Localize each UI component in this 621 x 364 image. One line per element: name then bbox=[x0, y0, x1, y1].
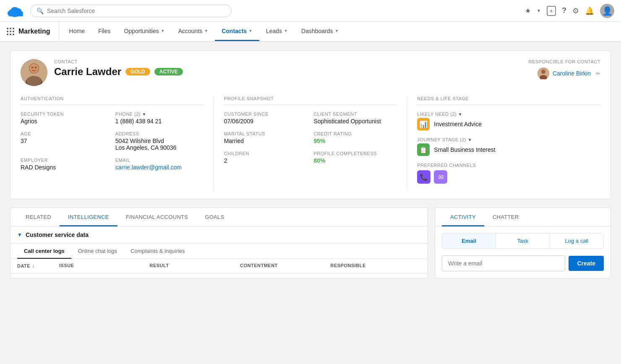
client-segment-field: CLIENT SEGMENT Sophisticated Opportunist bbox=[313, 112, 397, 125]
compose-input[interactable] bbox=[442, 255, 565, 271]
nav-accounts[interactable]: Accounts ▼ bbox=[172, 22, 215, 41]
marital-status-value: Married bbox=[224, 138, 307, 144]
employer-value: RAD Designs bbox=[21, 164, 109, 171]
profile-completeness-field: PROFILE COMPLETENESS 80% bbox=[313, 151, 397, 164]
right-panel: ACTIVITY CHATTER Email Task Log a call C… bbox=[435, 208, 611, 278]
children-value: 2 bbox=[224, 157, 307, 164]
nav-dashboards[interactable]: Dashboards ▼ bbox=[295, 22, 345, 41]
action-tab-log-call[interactable]: Log a call bbox=[550, 234, 603, 248]
settings-icon[interactable]: ⚙ bbox=[572, 6, 579, 16]
responsible-name[interactable]: Caroline Birkin bbox=[553, 70, 591, 77]
sub-tab-complaints[interactable]: Complaints & inquiries bbox=[124, 244, 191, 259]
children-field: CHILDREN 2 bbox=[224, 151, 307, 164]
customer-service-sub-tabs: Call center logs Online chat logs Compla… bbox=[10, 244, 428, 259]
likely-need-item: 📊 Investment Advice bbox=[417, 118, 600, 130]
profile-completeness-label: PROFILE COMPLETENESS bbox=[313, 151, 397, 156]
credit-rating-label: CREDIT RATING bbox=[313, 131, 397, 136]
create-button[interactable]: Create bbox=[569, 256, 604, 271]
customer-service-label: Customer service data bbox=[26, 231, 89, 238]
action-tabs: Email Task Log a call bbox=[442, 233, 604, 249]
address-field: ADDRESS 5042 Wilshire Blvd Los Angeles, … bbox=[115, 131, 204, 151]
journey-stage-value: Small Business Interest bbox=[434, 146, 495, 153]
contact-avatar bbox=[21, 59, 47, 86]
phone-label: PHONE (2) ▼ bbox=[115, 112, 204, 117]
nav-contacts[interactable]: Contacts ▼ bbox=[215, 22, 259, 41]
left-panel: RELATED INTELLIGENCE FINANCIAL ACCOUNTS … bbox=[10, 208, 428, 278]
responsible-person: Caroline Birkin ✏ bbox=[517, 68, 600, 79]
chevron-down-icon: ▼ bbox=[284, 29, 288, 33]
profile-completeness-value: 80% bbox=[313, 157, 397, 164]
security-token-value: Agrios bbox=[21, 118, 109, 125]
customer-since-field: CUSTOMER SINCE 07/06/2009 bbox=[224, 112, 307, 125]
result-column-header: RESULT bbox=[150, 263, 240, 269]
svg-point-15 bbox=[541, 70, 545, 74]
address-label: ADDRESS bbox=[115, 131, 204, 136]
likely-need-value: Investment Advice bbox=[434, 121, 482, 127]
action-tab-email[interactable]: Email bbox=[442, 234, 496, 248]
action-tab-task[interactable]: Task bbox=[496, 234, 550, 248]
email-label: EMAIL bbox=[115, 158, 204, 163]
age-label: AGE bbox=[21, 131, 109, 136]
tab-related[interactable]: RELATED bbox=[17, 208, 60, 226]
needs-life-stage-section: NEEDS & LIFE STAGE LIKELY NEED (2) ▼ 📊 I… bbox=[407, 96, 600, 190]
age-value: 37 bbox=[21, 138, 109, 144]
date-column-header[interactable]: DATE ↓ bbox=[17, 263, 59, 269]
nav-opportunities[interactable]: Opportunities ▼ bbox=[117, 22, 172, 41]
tab-activity[interactable]: ACTIVITY bbox=[442, 208, 484, 226]
table-header: DATE ↓ ISSUE RESULT CONTENTMENT RESPONSI… bbox=[10, 259, 428, 273]
phone-dropdown-icon[interactable]: ▼ bbox=[142, 112, 146, 117]
chevron-down-icon: ▼ bbox=[204, 29, 208, 33]
journey-stage-dropdown-icon[interactable]: ▼ bbox=[468, 138, 472, 142]
app-launcher[interactable]: Marketing bbox=[7, 22, 59, 41]
tab-chatter[interactable]: CHATTER bbox=[484, 208, 527, 226]
grid-icon bbox=[7, 28, 14, 35]
security-token-field: SECURITY TOKEN Agrios bbox=[21, 112, 109, 125]
sub-tab-call-center[interactable]: Call center logs bbox=[17, 244, 71, 259]
collapse-chevron-icon: ▼ bbox=[17, 232, 22, 238]
likely-need-dropdown-icon[interactable]: ▼ bbox=[458, 112, 462, 117]
search-input[interactable] bbox=[47, 8, 225, 14]
activity-body: Email Task Log a call Create bbox=[435, 226, 611, 278]
email-value[interactable]: carrie.lawder@gmail.com bbox=[115, 164, 204, 171]
age-field: AGE 37 bbox=[21, 131, 109, 151]
auth-fields-row1: SECURITY TOKEN Agrios PHONE (2) ▼ 1 (888… bbox=[21, 112, 204, 131]
profile-snapshot-title: PROFILE SNAPSHOT bbox=[224, 96, 397, 105]
tab-intelligence[interactable]: INTELLIGENCE bbox=[60, 208, 117, 226]
search-bar[interactable]: 🔍 bbox=[30, 5, 232, 17]
issue-column-header: ISSUE bbox=[59, 263, 150, 269]
contact-sections: AUTHENTICATION SECURITY TOKEN Agrios PHO… bbox=[21, 96, 600, 190]
needs-life-stage-title: NEEDS & LIFE STAGE bbox=[417, 96, 600, 105]
preferred-channels: 📞 ✉ bbox=[417, 170, 600, 184]
search-icon: 🔍 bbox=[37, 8, 44, 14]
tab-financial-accounts[interactable]: FINANCIAL ACCOUNTS bbox=[117, 208, 197, 226]
phone-channel-icon[interactable]: 📞 bbox=[417, 170, 431, 184]
tab-goals[interactable]: GOALS bbox=[196, 208, 232, 226]
customer-since-value: 07/06/2009 bbox=[224, 118, 307, 125]
responsible-column-header: RESPONSIBLE bbox=[331, 263, 421, 269]
phone-value: 1 (888) 438 94 21 bbox=[115, 118, 204, 125]
nav-home[interactable]: Home bbox=[63, 22, 91, 41]
topbar: 🔍 ★ ▼ + ? ⚙ 🔔 👤 bbox=[0, 0, 621, 22]
contact-label: CONTACT bbox=[54, 59, 517, 64]
profile-row3: CHILDREN 2 PROFILE COMPLETENESS 80% bbox=[224, 151, 397, 171]
svg-point-10 bbox=[29, 64, 39, 73]
help-icon[interactable]: ? bbox=[562, 6, 566, 15]
user-avatar[interactable]: 👤 bbox=[600, 4, 614, 18]
sub-tab-online-chat[interactable]: Online chat logs bbox=[71, 244, 124, 259]
marital-status-field: MARITAL STATUS Married bbox=[224, 131, 307, 144]
employer-field: EMPLOYER RAD Designs bbox=[21, 158, 109, 171]
nav-leads[interactable]: Leads ▼ bbox=[259, 22, 295, 41]
client-segment-value: Sophisticated Opportunist bbox=[313, 118, 397, 125]
notifications-icon[interactable]: 🔔 bbox=[585, 6, 594, 16]
email-channel-icon[interactable]: ✉ bbox=[434, 170, 447, 184]
contentment-column-header: CONTENTMENT bbox=[240, 263, 331, 269]
add-icon[interactable]: + bbox=[547, 6, 556, 16]
activity-tabs: ACTIVITY CHATTER bbox=[435, 208, 611, 226]
edit-icon[interactable]: ✏ bbox=[596, 70, 600, 77]
favorites-dropdown-icon[interactable]: ▼ bbox=[537, 8, 541, 13]
favorites-icon[interactable]: ★ bbox=[525, 7, 531, 15]
address-line1: 5042 Wilshire Blvd bbox=[115, 138, 204, 144]
customer-service-collapse[interactable]: ▼ Customer service data bbox=[10, 226, 428, 244]
nav-files[interactable]: Files bbox=[91, 22, 117, 41]
email-field: EMAIL carrie.lawder@gmail.com bbox=[115, 158, 204, 171]
